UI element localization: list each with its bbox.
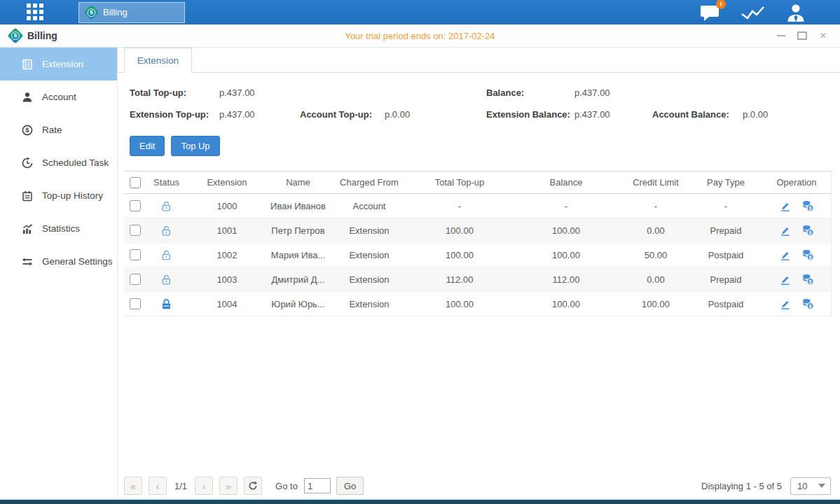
cell-name: Юрий Юрь... xyxy=(267,299,329,309)
taskbar-billing-app[interactable]: $ Billing xyxy=(78,2,185,23)
edit-row-icon[interactable] xyxy=(779,200,791,212)
sidebar-item-label: Account xyxy=(42,92,76,102)
last-page-icon[interactable]: » xyxy=(219,477,237,495)
notifications-icon[interactable]: ! xyxy=(700,4,721,22)
account-topup-value: p.0.00 xyxy=(385,109,486,120)
cell-pay-type: - xyxy=(689,201,762,211)
cell-credit-limit: 0.00 xyxy=(622,274,689,285)
tab-bar: Extension xyxy=(118,48,840,73)
table-row: 1003 Дмитрий Д... Extension 112.00 112.0… xyxy=(124,267,831,292)
goto-label: Go to xyxy=(275,481,298,491)
col-pay-type: Pay Type xyxy=(689,177,762,188)
close-icon[interactable]: × xyxy=(818,30,829,41)
billing-summary: Total Top-up: p.437.00 Balance: p.437.00… xyxy=(118,73,840,125)
next-page-icon[interactable]: › xyxy=(195,477,213,495)
minimize-icon[interactable] xyxy=(776,30,787,41)
rate-icon: $ xyxy=(21,124,34,136)
col-name: Name xyxy=(267,177,329,188)
extension-balance-label: Extension Balance: xyxy=(486,109,574,120)
maximize-icon[interactable] xyxy=(797,30,808,41)
cell-extension: 1003 xyxy=(187,274,267,285)
general-settings-icon xyxy=(21,255,34,268)
page-size-select[interactable]: 10 xyxy=(790,477,831,495)
statistics-icon xyxy=(21,223,34,235)
topup-row-icon[interactable]: $ xyxy=(801,224,814,237)
row-checkbox[interactable] xyxy=(130,298,141,309)
sidebar-item-topup-history[interactable]: Top-up History xyxy=(0,179,117,212)
cell-balance: - xyxy=(510,201,622,211)
cell-total-topup: - xyxy=(409,201,510,211)
row-checkbox[interactable] xyxy=(130,200,141,211)
edit-row-icon[interactable] xyxy=(779,274,791,286)
cell-name: Дмитрий Д... xyxy=(267,274,329,285)
main-panel: Extension Total Top-up: p.437.00 Balance… xyxy=(118,48,840,504)
edit-row-icon[interactable] xyxy=(779,249,791,261)
cell-credit-limit: - xyxy=(622,201,689,211)
resource-monitor-icon[interactable] xyxy=(741,4,766,22)
total-topup-value: p.437.00 xyxy=(219,88,486,98)
topup-row-icon[interactable]: $ xyxy=(801,273,814,286)
cell-charged-from: Account xyxy=(329,201,409,211)
user-account-icon[interactable] xyxy=(785,3,806,22)
page-size-value: 10 xyxy=(791,481,807,491)
sidebar-item-extension[interactable]: Extension xyxy=(0,48,117,80)
extensions-table: Status Extension Name Charged From Total… xyxy=(124,171,832,316)
sidebar-item-scheduled-task[interactable]: Scheduled Task xyxy=(0,146,117,179)
cell-balance: 112.00 xyxy=(510,274,622,285)
edit-row-icon[interactable] xyxy=(779,225,791,237)
notification-badge: ! xyxy=(716,0,726,9)
cell-total-topup: 112.00 xyxy=(409,274,510,285)
row-checkbox[interactable] xyxy=(130,249,141,260)
row-checkbox[interactable] xyxy=(130,225,141,236)
refresh-icon[interactable] xyxy=(244,477,262,495)
cell-extension: 1001 xyxy=(187,225,267,236)
topup-row-icon[interactable]: $ xyxy=(801,200,814,212)
cell-name: Петр Петров xyxy=(267,225,329,236)
table-row: 1002 Мария Ива... Extension 100.00 100.0… xyxy=(124,243,831,267)
table-row: 1000 Иван Иванов Account - - - - $ xyxy=(124,194,831,218)
chevron-down-icon xyxy=(818,484,825,488)
displaying-text: Displaying 1 - 5 of 5 xyxy=(701,481,782,491)
cell-credit-limit: 0.00 xyxy=(622,225,689,236)
tab-extension[interactable]: Extension xyxy=(124,48,192,73)
go-button[interactable]: Go xyxy=(336,477,364,495)
topup-row-icon[interactable]: $ xyxy=(801,298,814,310)
row-checkbox[interactable] xyxy=(130,274,141,285)
col-operation: Operation xyxy=(762,177,831,188)
goto-page-input[interactable] xyxy=(304,478,331,493)
sidebar-item-label: Scheduled Task xyxy=(42,158,109,168)
sidebar-item-account[interactable]: Account xyxy=(0,80,117,113)
select-all-checkbox[interactable] xyxy=(130,177,141,188)
billing-window: $ Billing ! xyxy=(0,0,840,504)
total-topup-label: Total Top-up: xyxy=(130,88,219,98)
locked-icon xyxy=(160,298,172,310)
balance-value: p.437.00 xyxy=(574,88,610,98)
topup-history-icon xyxy=(21,190,34,202)
prev-page-icon[interactable]: ‹ xyxy=(149,477,167,495)
unlocked-icon xyxy=(160,274,172,286)
cell-total-topup: 100.00 xyxy=(409,225,510,236)
cell-pay-type: Prepaid xyxy=(689,274,762,285)
sidebar-item-general-settings[interactable]: General Settings xyxy=(0,245,117,278)
cell-total-topup: 100.00 xyxy=(409,250,510,260)
sidebar-item-rate[interactable]: $ Rate xyxy=(0,113,117,146)
desktop-topbar: $ Billing ! xyxy=(0,0,840,24)
pagination-bar: « ‹ 1/1 › » Go to Go Displaying 1 - 5 of… xyxy=(124,476,831,496)
sidebar-item-label: Rate xyxy=(42,125,62,135)
cell-extension: 1000 xyxy=(187,201,267,211)
account-balance-label: Account Balance: xyxy=(652,109,743,120)
edit-button[interactable]: Edit xyxy=(130,136,165,156)
sidebar-item-statistics[interactable]: Statistics xyxy=(0,212,117,245)
col-balance: Balance xyxy=(510,177,622,188)
topup-row-icon[interactable]: $ xyxy=(801,248,814,261)
scheduled-task-icon xyxy=(21,157,34,169)
top-up-button[interactable]: Top Up xyxy=(171,136,219,156)
cell-charged-from: Extension xyxy=(329,250,409,260)
cell-charged-from: Extension xyxy=(329,299,409,309)
account-balance-value: p.0.00 xyxy=(743,109,768,120)
apps-grid-icon[interactable] xyxy=(27,4,45,22)
cell-pay-type: Postpaid xyxy=(689,299,762,309)
edit-row-icon[interactable] xyxy=(779,298,791,310)
cell-total-topup: 100.00 xyxy=(409,299,510,309)
first-page-icon[interactable]: « xyxy=(124,477,142,495)
